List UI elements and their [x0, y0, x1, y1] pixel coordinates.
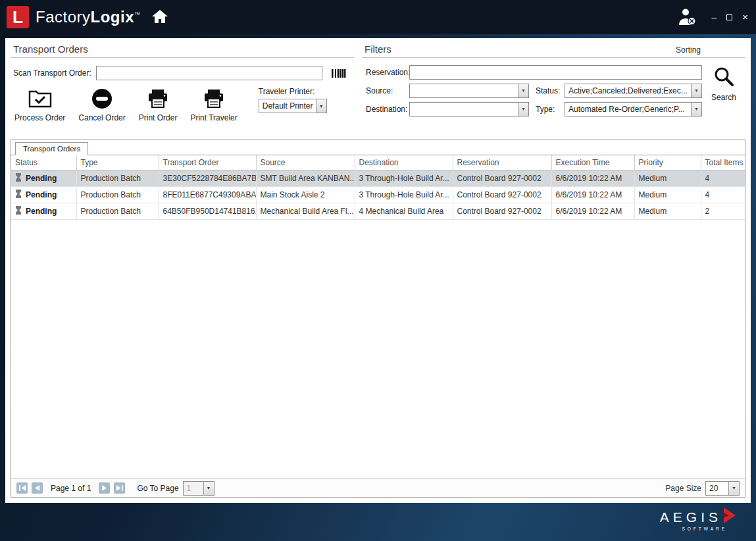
traveler-printer-value: Default Printer [259, 99, 316, 113]
print-traveler-label: Print Traveler [190, 113, 237, 122]
type-label: Type: [536, 105, 565, 114]
print-order-button[interactable]: Print Order [139, 87, 178, 122]
destination-select[interactable]: ▼ [409, 102, 529, 116]
titlebar: L FactoryLogix™ – [0, 0, 756, 34]
filters-fields: Reservation: Source: ▼ Status: [362, 64, 702, 116]
factorylogix-logo-icon: L [7, 6, 29, 28]
cell-type: Production Batch [76, 203, 159, 220]
cell-execution-time: 6/6/2019 10:22 AM [551, 203, 634, 220]
print-order-icon [147, 87, 169, 111]
next-page-icon [102, 484, 107, 493]
hourglass-icon [15, 173, 22, 184]
maximize-button[interactable] [726, 13, 732, 22]
chevron-down-icon[interactable]: ▼ [518, 103, 528, 116]
table-empty-area [11, 220, 745, 478]
chevron-down-icon[interactable]: ▼ [728, 482, 739, 495]
previous-page-icon [35, 484, 39, 493]
status-value: Active;Canceled;Delivered;Exec... [565, 84, 691, 97]
cell-destination: 3 Through-Hole Build Ar... [355, 170, 453, 187]
aegis-software-text: SOFTWARE [682, 527, 727, 531]
source-select[interactable]: ▼ [409, 84, 529, 98]
transport-orders-group: Transport Orders Scan Transport Order: [11, 42, 354, 134]
minimize-button[interactable]: – [711, 13, 717, 22]
chevron-down-icon[interactable]: ▼ [203, 482, 214, 495]
filters-group-title: Filters [365, 43, 391, 55]
page-size-select[interactable]: 20 ▼ [705, 481, 740, 496]
process-order-button[interactable]: Process Order [14, 87, 65, 122]
column-header-priority[interactable]: Priority [634, 155, 701, 170]
chevron-down-icon[interactable]: ▼ [518, 84, 528, 97]
cell-status: Pending [11, 170, 76, 187]
logo-letter: L [13, 7, 23, 28]
column-header-status[interactable]: Status [11, 155, 76, 170]
table-row[interactable]: Pending Production Batch 64B50FB950D1474… [11, 203, 745, 220]
sorting-toggle[interactable]: Sorting [676, 45, 744, 55]
user-logout-button[interactable] [677, 7, 697, 28]
traveler-printer-label: Traveler Printer: [259, 87, 327, 96]
cell-type: Production Batch [76, 170, 159, 187]
column-header-type[interactable]: Type [76, 155, 159, 170]
next-page-button[interactable] [99, 482, 110, 494]
titlebar-right: – × [677, 7, 748, 28]
chevron-down-icon[interactable]: ▼ [691, 84, 701, 97]
transport-orders-group-header: Transport Orders [11, 42, 354, 58]
aegis-logo: AEGIS SOFTWARE [660, 508, 736, 531]
print-traveler-button[interactable]: Print Traveler [190, 87, 237, 122]
chevron-down-icon[interactable]: ▼ [691, 103, 701, 116]
application-window: L FactoryLogix™ – [0, 0, 756, 541]
table-row[interactable]: Pending Production Batch 3E30CF5228784E8… [11, 170, 745, 187]
last-page-button[interactable] [114, 482, 125, 494]
reservation-label: Reservation: [362, 68, 409, 77]
cancel-order-button[interactable]: Cancel Order [78, 87, 125, 122]
home-button[interactable] [151, 9, 168, 26]
previous-page-button[interactable] [32, 482, 43, 494]
cell-priority: Medium [634, 187, 701, 203]
scan-transport-order-input[interactable] [96, 66, 322, 80]
cell-source: Mechanical Build Area Fl... [256, 203, 355, 220]
cell-source: Main Stock Aisle 2 [256, 187, 355, 203]
app-brand-title: FactoryLogix™ [36, 8, 141, 26]
tab-transport-orders[interactable]: Transport Orders [15, 142, 88, 155]
reservation-input[interactable] [409, 65, 702, 80]
pagination-bar: Page 1 of 1 Go To Page 1 ▼ [11, 478, 745, 497]
cell-transport-order: 64B50FB950D14741B816... [159, 203, 256, 220]
column-header-reservation[interactable]: Reservation [453, 155, 551, 170]
traveler-printer-select[interactable]: Default Printer ▼ [259, 99, 327, 113]
cell-destination: 4 Mechanical Build Area [355, 203, 453, 220]
cell-status: Pending [11, 187, 76, 203]
column-header-source[interactable]: Source [256, 155, 355, 170]
window-controls: – × [711, 13, 748, 22]
close-button[interactable]: × [742, 13, 748, 22]
source-value [410, 84, 518, 97]
cell-priority: Medium [634, 203, 701, 220]
print-order-label: Print Order [139, 113, 178, 122]
search-button[interactable]: Search [702, 64, 745, 116]
first-page-icon [19, 484, 26, 493]
goto-page-input[interactable]: 1 ▼ [183, 481, 214, 496]
page-size-label: Page Size [665, 484, 701, 493]
cancel-order-label: Cancel Order [78, 113, 125, 122]
cell-reservation: Control Board 927-0002 [453, 187, 551, 203]
type-select[interactable]: Automated Re-Order;Generic;P... ▼ [565, 102, 702, 116]
status-label: Status: [536, 86, 565, 95]
cell-total-items: 4 [701, 170, 745, 187]
cell-reservation: Control Board 927-0002 [453, 170, 551, 187]
table-row[interactable]: Pending Production Batch 8FE011E6877C493… [11, 187, 745, 203]
status-select[interactable]: Active;Canceled;Delivered;Exec... ▼ [565, 84, 702, 98]
column-header-execution-time[interactable]: Execution Time [551, 155, 634, 170]
search-icon [713, 66, 734, 89]
column-header-transport-order[interactable]: Transport Order [159, 155, 256, 170]
cancel-order-icon [91, 87, 113, 111]
type-value: Automated Re-Order;Generic;P... [565, 103, 691, 116]
cell-execution-time: 6/6/2019 10:22 AM [551, 170, 634, 187]
process-order-icon [28, 87, 53, 111]
column-header-total-items[interactable]: Total Items [701, 155, 745, 170]
cell-total-items: 2 [701, 203, 745, 220]
home-icon [151, 9, 168, 26]
first-page-button[interactable] [16, 482, 28, 494]
brand-trademark: ™ [134, 11, 141, 18]
column-header-destination[interactable]: Destination [355, 155, 453, 170]
last-page-icon [116, 484, 123, 493]
chevron-down-icon[interactable]: ▼ [316, 99, 326, 113]
process-order-label: Process Order [14, 113, 65, 122]
